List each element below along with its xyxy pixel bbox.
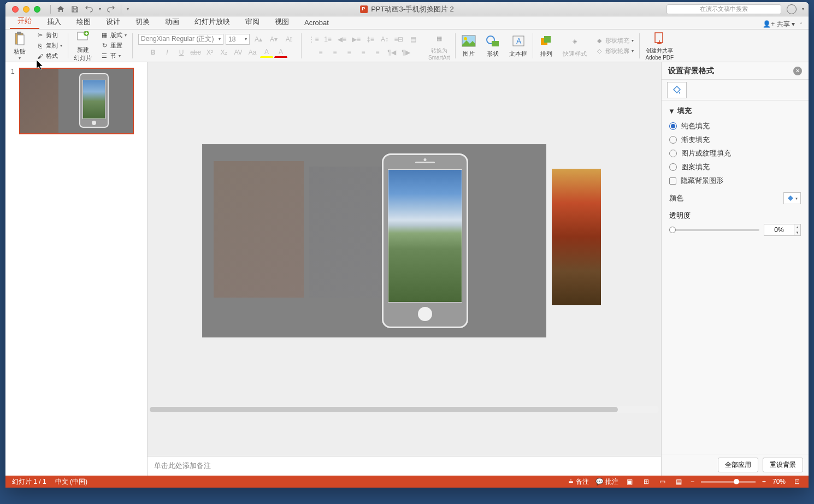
redo-icon[interactable]: [107, 5, 115, 14]
reset-button[interactable]: ↻重置: [101, 41, 127, 50]
feedback-icon[interactable]: [787, 4, 797, 14]
picture-button[interactable]: 图片: [461, 33, 476, 58]
collapse-ribbon[interactable]: ⌃: [799, 22, 803, 27]
distribute-button[interactable]: ≡: [371, 47, 384, 58]
increase-font-button[interactable]: A▴: [252, 34, 265, 45]
fit-window-button[interactable]: ⊡: [792, 478, 802, 485]
section-button[interactable]: ☰节 ▾: [101, 51, 127, 61]
fill-section-header[interactable]: ▼填充: [668, 106, 802, 116]
solid-fill-radio[interactable]: 纯色填充: [669, 121, 801, 131]
comments-toggle[interactable]: 💬 批注: [595, 477, 618, 487]
text-direction-button[interactable]: A↕: [378, 34, 391, 45]
format-painter-button[interactable]: 🖌格式: [36, 51, 62, 61]
align-text-button[interactable]: ≡⊟: [392, 34, 405, 45]
change-case-button[interactable]: Aa: [246, 47, 259, 58]
tab-home[interactable]: 开始: [10, 14, 39, 29]
cut-button[interactable]: ✂剪切: [36, 31, 62, 40]
undo-dropdown[interactable]: ▾: [99, 7, 101, 11]
rtl-button[interactable]: ¶◀: [385, 47, 398, 58]
language-status[interactable]: 中文 (中国): [55, 477, 87, 487]
align-center-button[interactable]: ≡: [328, 47, 341, 58]
slide-counter[interactable]: 幻灯片 1 / 1: [12, 477, 46, 487]
pattern-fill-radio[interactable]: 图案填充: [669, 162, 801, 172]
font-family-select[interactable]: DengXian Regular (正文)▾: [138, 34, 223, 45]
home-icon[interactable]: [56, 5, 65, 14]
transparency-input[interactable]: 0%: [764, 224, 794, 236]
sorter-view-button[interactable]: ⊞: [641, 478, 651, 485]
tab-view[interactable]: 视图: [267, 15, 297, 29]
ltr-button[interactable]: ¶▶: [399, 47, 412, 58]
bg-image-1[interactable]: [214, 161, 304, 298]
search-input[interactable]: 在演示文稿中搜索: [666, 4, 781, 14]
tab-animations[interactable]: 动画: [157, 15, 187, 29]
zoom-level[interactable]: 70%: [772, 478, 786, 485]
bullets-button[interactable]: ⋮≡: [307, 34, 320, 45]
clear-format-button[interactable]: A⃠: [282, 34, 296, 45]
normal-view-button[interactable]: ▣: [625, 478, 635, 485]
tab-slideshow[interactable]: 幻灯片放映: [187, 15, 238, 29]
feedback-dropdown[interactable]: ▾: [802, 7, 804, 11]
fill-tab[interactable]: [667, 82, 687, 98]
font-color-button[interactable]: A: [274, 47, 287, 58]
align-right-button[interactable]: ≡: [343, 47, 356, 58]
qat-customize[interactable]: ▾: [127, 7, 129, 11]
zoom-in-button[interactable]: +: [762, 478, 766, 485]
share-button[interactable]: 👤+ 共享 ▾: [763, 20, 795, 29]
convert-smartart-button[interactable]: ▦ 转换为 SmartArt: [428, 31, 450, 61]
subscript-button[interactable]: X₂: [217, 47, 231, 58]
shape-fill-button[interactable]: ◆形状填充 ▾: [595, 36, 634, 45]
reading-view-button[interactable]: ▭: [658, 478, 668, 485]
notes-input[interactable]: 单击此处添加备注: [148, 456, 661, 476]
maximize-window-button[interactable]: [34, 6, 40, 13]
offscreen-image[interactable]: [552, 169, 601, 305]
decrease-indent-button[interactable]: ◀≡: [335, 34, 349, 45]
close-window-button[interactable]: [12, 6, 19, 13]
picture-fill-radio[interactable]: 图片或纹理填充: [669, 149, 801, 158]
minimize-window-button[interactable]: [23, 6, 30, 13]
slide-thumbnail-1[interactable]: [19, 68, 134, 134]
decrease-font-button[interactable]: A▾: [267, 34, 280, 45]
superscript-button[interactable]: X²: [203, 47, 216, 58]
tab-transitions[interactable]: 切换: [128, 15, 157, 29]
create-pdf-button[interactable]: 创建并共享 Adobe PDF: [645, 31, 674, 61]
italic-button[interactable]: I: [161, 47, 174, 58]
tab-draw[interactable]: 绘图: [69, 15, 98, 29]
tab-insert[interactable]: 插入: [39, 15, 69, 29]
paste-button[interactable]: 粘贴: [12, 31, 27, 56]
char-spacing-button[interactable]: AV: [232, 47, 245, 58]
strike-button[interactable]: abc: [189, 47, 202, 58]
tab-review[interactable]: 审阅: [238, 15, 267, 29]
zoom-out-button[interactable]: −: [691, 478, 694, 485]
align-left-button[interactable]: ≡: [314, 47, 327, 58]
line-spacing-button[interactable]: ‡≡: [364, 34, 377, 45]
columns-button[interactable]: ▤: [406, 34, 420, 45]
transparency-spinner[interactable]: ▲▼: [794, 224, 801, 236]
slide-canvas[interactable]: [202, 144, 546, 337]
tab-design[interactable]: 设计: [98, 15, 128, 29]
justify-button[interactable]: ≡: [357, 47, 370, 58]
slideshow-view-button[interactable]: ▤: [674, 478, 684, 485]
notes-toggle[interactable]: ≐ 备注: [568, 477, 588, 487]
new-slide-button[interactable]: 新建 幻灯片: [74, 29, 92, 62]
layout-button[interactable]: ▦版式 ▾: [101, 31, 127, 40]
save-icon[interactable]: [70, 5, 79, 14]
horizontal-scrollbar[interactable]: [150, 406, 659, 413]
font-size-select[interactable]: 18▾: [226, 34, 250, 45]
bold-button[interactable]: B: [146, 47, 160, 58]
tab-acrobat[interactable]: Acrobat: [297, 16, 337, 29]
close-pane-button[interactable]: ✕: [793, 67, 802, 75]
zoom-slider[interactable]: [701, 481, 756, 483]
highlight-button[interactable]: A: [260, 47, 273, 58]
canvas-scroll[interactable]: [148, 62, 661, 456]
numbering-button[interactable]: 1≡: [321, 34, 334, 45]
arrange-button[interactable]: 排列: [539, 33, 554, 58]
phone-screen-image[interactable]: [388, 169, 462, 303]
undo-icon[interactable]: [85, 5, 93, 14]
apply-all-button[interactable]: 全部应用: [718, 458, 758, 472]
phone-frame[interactable]: [382, 153, 468, 328]
increase-indent-button[interactable]: ▶≡: [350, 34, 363, 45]
reset-background-button[interactable]: 重设背景: [763, 458, 803, 472]
shapes-button[interactable]: 形状: [485, 33, 500, 58]
hide-bg-checkbox[interactable]: 隐藏背景图形: [669, 176, 801, 186]
textbox-button[interactable]: A 文本框: [509, 33, 527, 58]
